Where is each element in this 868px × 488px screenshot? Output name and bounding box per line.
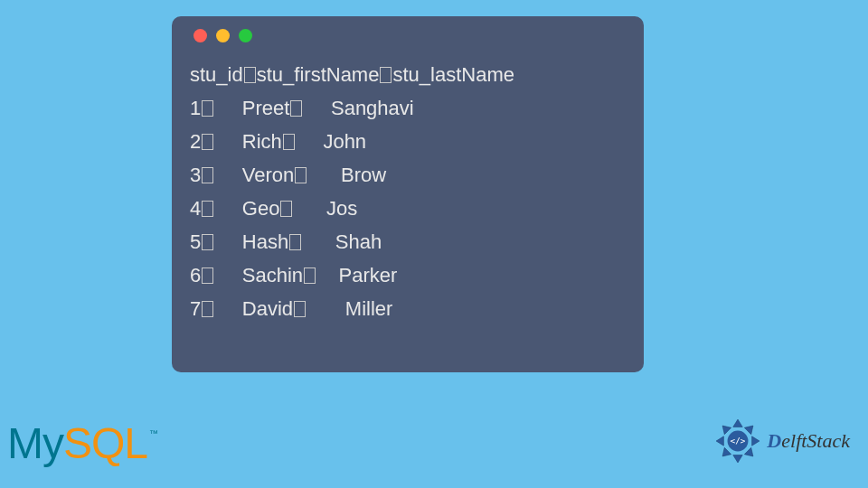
mysql-logo: MySQL™ bbox=[7, 418, 158, 468]
svg-marker-4 bbox=[733, 455, 742, 463]
close-icon[interactable] bbox=[193, 29, 207, 42]
delftstack-label: DelftStack bbox=[767, 429, 850, 453]
svg-marker-2 bbox=[752, 436, 760, 446]
svg-marker-7 bbox=[720, 422, 731, 434]
svg-marker-0 bbox=[733, 419, 742, 427]
delftstack-logo: </> DelftStack bbox=[714, 418, 850, 465]
mysql-logo-sql: SQL bbox=[63, 419, 147, 467]
minimize-icon[interactable] bbox=[216, 29, 230, 42]
maximize-icon[interactable] bbox=[239, 29, 252, 42]
mysql-logo-my: My bbox=[7, 419, 63, 467]
svg-marker-3 bbox=[745, 447, 757, 459]
svg-text:</>: </> bbox=[731, 436, 746, 446]
terminal-output: stu_idstu_firstNamestu_lastName 1 Preet … bbox=[190, 59, 626, 326]
mysql-logo-tm: ™ bbox=[149, 428, 158, 438]
svg-marker-1 bbox=[745, 422, 757, 434]
delftstack-icon: </> bbox=[714, 418, 761, 465]
svg-marker-5 bbox=[720, 447, 731, 459]
window-controls bbox=[193, 29, 626, 42]
svg-marker-6 bbox=[716, 436, 723, 446]
terminal-window: stu_idstu_firstNamestu_lastName 1 Preet … bbox=[172, 16, 644, 372]
